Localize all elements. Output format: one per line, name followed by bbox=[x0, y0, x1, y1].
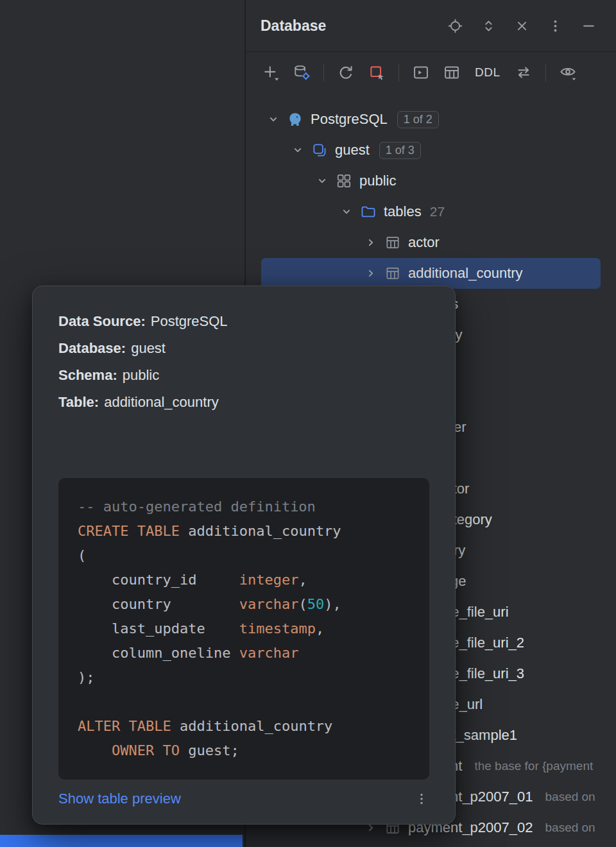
node-label: guest bbox=[335, 142, 370, 158]
view-options-eye-icon[interactable] bbox=[559, 64, 577, 81]
ddl-code-block: -- auto-generated definitionCREATE TABLE… bbox=[58, 478, 429, 780]
popup-info-line: Data Source:PostgreSQL bbox=[58, 308, 429, 335]
selection-badge: 1 of 3 bbox=[379, 142, 421, 159]
code-line: -- auto-generated definition bbox=[78, 495, 416, 519]
chevron-right-icon[interactable] bbox=[363, 265, 379, 282]
node-label: PostgreSQL bbox=[311, 111, 388, 128]
table-icon bbox=[384, 265, 401, 282]
panel-header-actions bbox=[447, 18, 597, 34]
bottom-blue-bar bbox=[0, 835, 243, 847]
toolbar-separator bbox=[545, 64, 546, 81]
toolbar-separator bbox=[323, 64, 324, 81]
popup-info: Data Source:PostgreSQLDatabase:guestSche… bbox=[58, 308, 429, 416]
node-comment: based on bbox=[545, 790, 595, 804]
node-label: tables bbox=[384, 203, 422, 220]
code-line: country varchar(50), bbox=[78, 592, 416, 617]
ddl-button[interactable]: DDL bbox=[474, 65, 502, 80]
tree-row-public[interactable]: public bbox=[261, 166, 601, 196]
code-line: ( bbox=[78, 543, 416, 568]
code-line: ALTER TABLE additional_country bbox=[78, 714, 416, 739]
code-line bbox=[78, 690, 416, 714]
chevron-down-icon[interactable] bbox=[314, 173, 330, 189]
locate-icon[interactable] bbox=[447, 18, 463, 34]
cancel-running-statements-icon[interactable] bbox=[368, 64, 386, 81]
popup-footer: Show table preview bbox=[58, 791, 429, 807]
code-line: last_update timestamp, bbox=[78, 617, 416, 641]
chevron-right-icon[interactable] bbox=[363, 234, 379, 251]
query-console-icon[interactable] bbox=[412, 64, 430, 81]
tree-row-tables[interactable]: tables27 bbox=[261, 196, 601, 227]
tree-row-guest[interactable]: guest1 of 3 bbox=[261, 135, 601, 166]
toolbar-separator bbox=[398, 64, 399, 81]
schema-icon bbox=[336, 173, 352, 189]
chevron-down-icon[interactable] bbox=[265, 111, 282, 128]
code-line: country_id integer, bbox=[78, 568, 416, 592]
code-line: ); bbox=[78, 665, 416, 690]
data-source-properties-icon[interactable] bbox=[293, 64, 311, 81]
panel-header: Database bbox=[246, 0, 616, 52]
chevron-down-icon[interactable] bbox=[338, 203, 355, 220]
database-icon bbox=[311, 142, 328, 158]
show-table-preview-link[interactable]: Show table preview bbox=[58, 791, 181, 807]
popup-more-icon[interactable] bbox=[414, 791, 429, 807]
database-toolbar: DDL bbox=[246, 52, 616, 93]
new-item-icon[interactable] bbox=[262, 64, 280, 81]
tree-row-PostgreSQL[interactable]: PostgreSQL1 of 2 bbox=[261, 104, 601, 135]
code-line: column_oneline varchar bbox=[78, 641, 416, 665]
node-label: additional_country bbox=[408, 265, 523, 282]
popup-info-line: Schema:public bbox=[58, 362, 429, 389]
swap-arrows-icon[interactable] bbox=[515, 64, 533, 81]
more-options-icon[interactable] bbox=[547, 18, 563, 34]
folder-icon bbox=[360, 203, 377, 220]
collapse-all-icon[interactable] bbox=[514, 18, 530, 34]
table-info-popup: Data Source:PostgreSQLDatabase:guestSche… bbox=[32, 286, 456, 825]
node-label: public bbox=[359, 173, 396, 189]
popup-info-line: Database:guest bbox=[58, 335, 429, 362]
node-comment: the base for {payment bbox=[474, 759, 593, 773]
selection-badge: 1 of 2 bbox=[397, 111, 439, 128]
code-line: CREATE TABLE additional_country bbox=[78, 519, 416, 543]
tree-row-actor[interactable]: actor bbox=[261, 227, 601, 258]
tree-row-additional_country[interactable]: additional_country bbox=[261, 258, 601, 289]
postgres-icon bbox=[287, 111, 304, 128]
code-line: OWNER TO guest; bbox=[78, 739, 416, 763]
refresh-icon[interactable] bbox=[337, 64, 355, 81]
popup-info-line: Table:additional_country bbox=[58, 389, 429, 416]
expand-all-icon[interactable] bbox=[481, 18, 497, 34]
table-icon bbox=[384, 234, 401, 251]
node-comment: based on bbox=[545, 821, 595, 835]
panel-title: Database bbox=[261, 17, 326, 35]
item-count: 27 bbox=[430, 204, 445, 219]
node-label: actor bbox=[408, 234, 440, 251]
ide-screen: Database bbox=[0, 0, 616, 847]
chevron-down-icon[interactable] bbox=[289, 142, 306, 158]
hide-tool-window-icon[interactable] bbox=[581, 18, 597, 34]
table-data-icon[interactable] bbox=[443, 64, 461, 81]
